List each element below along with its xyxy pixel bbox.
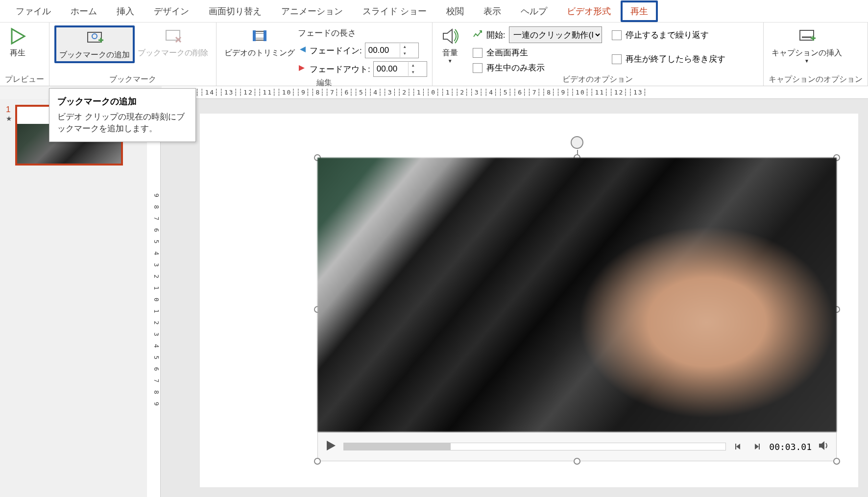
tab-home[interactable]: ホーム [61, 0, 107, 22]
tab-playback[interactable]: 再生 [621, 0, 658, 22]
caption-icon [797, 26, 817, 46]
svg-point-1 [92, 34, 97, 39]
ribbon: 再生 プレビュー ブックマークの追加 ブックマークの削除 ブックマーク [0, 23, 868, 86]
tab-animation[interactable]: アニメーション [271, 0, 353, 22]
tab-file[interactable]: ファイル [6, 0, 61, 22]
frame-back-button[interactable] [732, 440, 745, 453]
progress-fill [344, 443, 451, 450]
fullscreen-label: 全画面再生 [486, 47, 528, 58]
tooltip-body: ビデオ クリップの現在の時刻にブックマークを追加します。 [57, 111, 188, 135]
hide-label: 再生中のみ表示 [486, 62, 545, 73]
group-bookmark-label: ブックマーク [54, 73, 211, 85]
tab-help[interactable]: ヘルプ [511, 0, 557, 22]
dropdown-icon: ▼ [804, 58, 809, 64]
group-video-opts-label: ビデオのオプション [437, 73, 758, 85]
tab-design[interactable]: デザイン [144, 0, 199, 22]
animation-star-icon: ★ [6, 115, 12, 122]
start-select[interactable]: 一連のクリック動作(I) [509, 26, 602, 43]
tab-video-format[interactable]: ビデオ形式 [557, 0, 621, 22]
resize-handle[interactable] [574, 458, 580, 465]
trim-video-button[interactable]: ビデオのトリミング [221, 25, 298, 59]
volume-label: 音量 [442, 48, 458, 58]
slide-canvas[interactable]: 00:03.01 [200, 114, 858, 487]
tooltip: ブックマークの追加 ビデオ クリップの現在の時刻にブックマークを追加します。 [49, 88, 196, 142]
start-label: 開始: [486, 29, 506, 41]
spin-down-icon[interactable]: ▼ [400, 50, 410, 57]
rewind-option[interactable]: 再生が終了したら巻き戻す [612, 53, 725, 65]
frame-forward-button[interactable] [750, 440, 763, 453]
tab-review[interactable]: 校閲 [436, 0, 474, 22]
player-play-button[interactable] [324, 439, 338, 454]
workspace: 1 ★ 9 8 7 6 5 4 3 2 1 0 1 2 3 4 5 6 7 8 … [0, 99, 868, 497]
video-content [317, 158, 837, 432]
player-volume-button[interactable] [818, 439, 830, 454]
remove-bookmark-label: ブックマークの削除 [138, 48, 208, 58]
fade-controls: フェードの長さ フェードイン: ▲▼ フェードアウト: ▲▼ [298, 25, 427, 77]
fade-in-spinner[interactable]: ▲▼ [365, 43, 419, 58]
start-indicator-icon [473, 29, 482, 41]
play-icon [8, 26, 27, 46]
group-bookmark: ブックマークの追加 ブックマークの削除 ブックマーク [49, 23, 217, 86]
tab-insert[interactable]: 挿入 [107, 0, 144, 22]
video-object[interactable]: 00:03.01 [317, 158, 837, 461]
resize-handle[interactable] [833, 458, 840, 465]
group-edit-label: 編集 [221, 77, 427, 88]
resize-handle[interactable] [314, 458, 321, 465]
caption-label: キャプションの挿入 [772, 48, 842, 58]
svg-rect-5 [264, 30, 266, 41]
tab-view[interactable]: 表示 [474, 0, 511, 22]
fade-out-spinner[interactable]: ▲▼ [373, 61, 427, 77]
play-label: 再生 [10, 48, 25, 58]
svg-rect-7 [735, 444, 736, 450]
play-button[interactable]: 再生 [5, 25, 30, 59]
checkbox-icon[interactable] [473, 63, 482, 73]
loop-label: 停止するまで繰り返す [626, 29, 709, 41]
trim-icon [250, 26, 269, 46]
fade-length-label: フェードの長さ [298, 27, 427, 40]
group-edit: ビデオのトリミング フェードの長さ フェードイン: ▲▼ フェードアウト: [217, 23, 433, 86]
hide-option[interactable]: 再生中のみ表示 [473, 62, 603, 73]
group-preview: 再生 プレビュー [0, 23, 49, 86]
ribbon-tabs: ファイル ホーム 挿入 デザイン 画面切り替え アニメーション スライド ショー… [0, 0, 868, 23]
fade-in-input[interactable] [365, 46, 400, 55]
insert-caption-button[interactable]: キャプションの挿入 ▼ [769, 25, 845, 65]
checkbox-icon[interactable] [612, 54, 622, 64]
spin-down-icon[interactable]: ▼ [409, 69, 418, 76]
fade-out-label: フェードアウト: [310, 64, 370, 75]
fade-out-arrow-icon [298, 64, 307, 75]
add-bookmark-button[interactable]: ブックマークの追加 [54, 25, 135, 63]
checkbox-icon[interactable] [473, 48, 482, 58]
rotate-handle[interactable] [571, 136, 583, 149]
loop-option[interactable]: 停止するまで繰り返す [612, 29, 725, 41]
fade-in-arrow-icon [298, 45, 307, 56]
checkbox-icon[interactable] [612, 30, 622, 40]
canvas-area[interactable]: 00:03.01 [161, 99, 868, 497]
fullscreen-option[interactable]: 全画面再生 [473, 47, 603, 58]
slide-number: 1 [6, 105, 12, 115]
start-option[interactable]: 開始: 一連のクリック動作(I) [473, 26, 603, 43]
dropdown-icon: ▼ [448, 58, 453, 64]
group-caption: キャプションの挿入 ▼ キャプションのオプション [764, 23, 868, 86]
bookmark-add-icon [85, 28, 104, 48]
video-player-bar: 00:03.01 [317, 432, 837, 461]
svg-rect-8 [759, 444, 760, 450]
tab-transition[interactable]: 画面切り替え [199, 0, 271, 22]
bookmark-remove-icon [163, 26, 183, 46]
tab-slideshow[interactable]: スライド ショー [353, 0, 436, 22]
rewind-label: 再生が終了したら巻き戻す [626, 53, 725, 65]
fade-out-input[interactable] [374, 64, 408, 74]
volume-icon [440, 26, 460, 46]
player-time: 00:03.01 [769, 442, 812, 452]
spin-up-icon[interactable]: ▲ [409, 62, 418, 69]
trim-label: ビデオのトリミング [224, 48, 295, 58]
spin-up-icon[interactable]: ▲ [400, 44, 410, 50]
vertical-ruler: 9 8 7 6 5 4 3 2 1 0 1 2 3 4 5 6 7 8 9 [147, 99, 161, 497]
remove-bookmark-button: ブックマークの削除 [135, 25, 211, 59]
volume-button[interactable]: 音量 ▼ [437, 25, 463, 65]
slide-panel: 1 ★ [0, 99, 147, 497]
tooltip-title: ブックマークの追加 [57, 95, 188, 107]
progress-bar[interactable] [343, 443, 726, 450]
group-preview-label: プレビュー [5, 73, 44, 85]
add-bookmark-label: ブックマークの追加 [59, 50, 130, 60]
fade-in-label: フェードイン: [310, 45, 362, 56]
